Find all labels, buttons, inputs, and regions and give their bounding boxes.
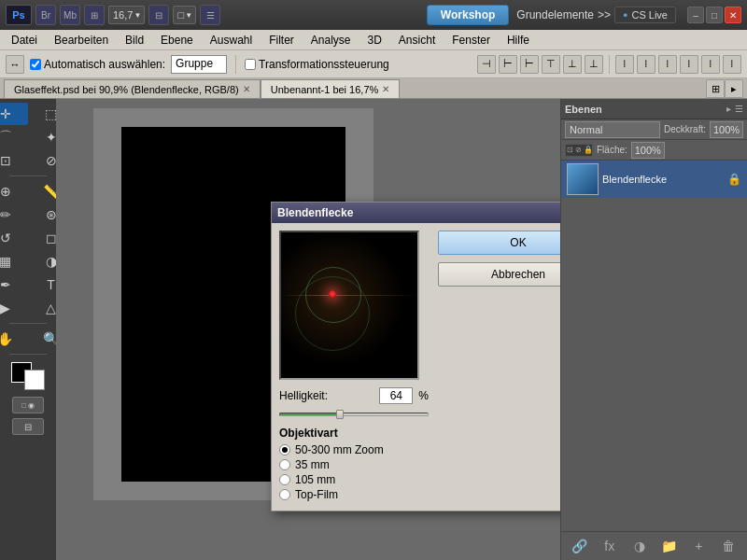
layer-name-area: Blendenflecke bbox=[602, 174, 724, 185]
layer-thumbnail bbox=[567, 163, 599, 195]
dist-5-icon[interactable]: ⁞ bbox=[701, 55, 720, 74]
restore-button[interactable]: □ bbox=[706, 7, 723, 23]
pen-tool[interactable]: ✒ bbox=[0, 273, 28, 296]
menu-hilfe[interactable]: Hilfe bbox=[500, 32, 537, 49]
grundelemente-label[interactable]: Grundelemente bbox=[516, 8, 594, 21]
group-dropdown[interactable]: Gruppe bbox=[171, 55, 227, 74]
new-group-icon[interactable]: 📁 bbox=[658, 536, 679, 556]
auto-select-checkbox[interactable]: Automatisch auswählen: bbox=[30, 58, 165, 71]
auto-select-label: Automatisch auswählen: bbox=[44, 58, 165, 71]
menu-datei[interactable]: Datei bbox=[4, 32, 45, 49]
radio-50-300-btn[interactable] bbox=[279, 444, 290, 455]
radio-topfilm-btn[interactable] bbox=[279, 489, 290, 500]
background-color[interactable] bbox=[24, 370, 45, 390]
ok-button[interactable]: OK bbox=[438, 231, 560, 255]
radio-105mm-btn[interactable] bbox=[279, 474, 290, 485]
close-button[interactable]: ✕ bbox=[725, 7, 741, 23]
link-layers-icon[interactable]: 🔗 bbox=[570, 536, 590, 556]
workshop-button[interactable]: Workshop bbox=[427, 5, 509, 25]
deckkraft-label: Deckkraft: bbox=[664, 124, 706, 134]
menu-filter[interactable]: Filter bbox=[261, 32, 302, 49]
menu-fenster[interactable]: Fenster bbox=[444, 32, 498, 49]
menu-analyse[interactable]: Analyse bbox=[303, 32, 359, 49]
brush-tool[interactable]: ✏ bbox=[0, 203, 28, 226]
arrange-more-icon[interactable]: ▸ bbox=[725, 79, 743, 98]
foreground-background bbox=[11, 362, 45, 390]
move-tool[interactable]: ✛ bbox=[0, 103, 28, 125]
tab-glaseffekt[interactable]: Glaseffekt.psd bei 90,9% (Blendenflecke,… bbox=[4, 79, 261, 98]
tab-unbenannt-close[interactable]: ✕ bbox=[382, 84, 389, 94]
blend-mode-dropdown[interactable]: Normal bbox=[565, 121, 660, 138]
hand-tool[interactable]: ✋ bbox=[0, 328, 28, 350]
tab-glaseffekt-close[interactable]: ✕ bbox=[243, 84, 250, 94]
align-bottom-icon[interactable]: ⊥ bbox=[585, 55, 603, 74]
lock-pixels-icon[interactable]: ⊘ bbox=[575, 146, 582, 155]
slider-thumb[interactable] bbox=[336, 410, 344, 419]
arrange-docs-icon[interactable]: ⊞ bbox=[706, 79, 725, 98]
size-dropdown[interactable]: 16,7 bbox=[108, 6, 145, 24]
new-layer-icon[interactable]: + bbox=[688, 536, 709, 556]
lasso-tool[interactable]: ⌒ bbox=[0, 126, 28, 148]
eyedropper-tool[interactable]: ⊕ bbox=[0, 180, 28, 203]
main-area: ✛ ⬚ ⌒ ✦ ⊡ ⊘ ⊕ 📏 ✏ ⊛ ↺ ◻ ▦ ◑ ✒ T bbox=[0, 99, 747, 560]
minibrigde-icon[interactable]: Mb bbox=[60, 5, 80, 25]
flache-input[interactable]: 100% bbox=[631, 142, 665, 159]
deckkraft-input[interactable]: 100% bbox=[710, 121, 743, 138]
view-dropdown[interactable]: □ bbox=[173, 6, 196, 24]
move-tool-icon[interactable]: ↔ bbox=[6, 55, 24, 74]
bridge-icon[interactable]: Br bbox=[35, 5, 56, 25]
dist-3-icon[interactable]: ⁞ bbox=[658, 55, 677, 74]
align-center-icon[interactable]: ⊢ bbox=[499, 55, 517, 74]
more-button[interactable]: >> bbox=[598, 8, 611, 21]
menu-ansicht[interactable]: Ansicht bbox=[391, 32, 443, 49]
menu-3d[interactable]: 3D bbox=[360, 32, 389, 49]
panel-menu-icon[interactable]: ☰ bbox=[735, 104, 743, 114]
dist-6-icon[interactable]: ⁞ bbox=[723, 55, 741, 74]
screen-mode-button[interactable]: ⊟ bbox=[12, 418, 44, 435]
options-icon[interactable]: ⊟ bbox=[148, 5, 169, 25]
cancel-button[interactable]: Abbrechen bbox=[438, 262, 560, 287]
options-sep2 bbox=[609, 55, 610, 74]
gradient-tool[interactable]: ▦ bbox=[0, 250, 28, 273]
align-middle-icon[interactable]: ⊥ bbox=[563, 55, 582, 74]
layers-panel: Ebenen ▸ ☰ Normal Deckkraft: 100% ⊡ ⊘ 🔒 … bbox=[560, 99, 747, 560]
workspace-icon[interactable]: ⊞ bbox=[84, 5, 105, 25]
minimize-button[interactable]: – bbox=[687, 7, 704, 23]
toolbar-sep1 bbox=[9, 175, 47, 176]
dialog-titlebar: Blendenflecke ✕ bbox=[272, 203, 560, 223]
options-sep1 bbox=[235, 55, 236, 74]
menu-auswahl[interactable]: Auswahl bbox=[203, 32, 260, 49]
panel-collapse-icon[interactable]: ▸ bbox=[726, 104, 731, 114]
blendenflecke-dialog: Blendenflecke ✕ He bbox=[271, 202, 560, 511]
radio-105mm-label: 105 mm bbox=[295, 473, 335, 486]
align-left-icon[interactable]: ⊣ bbox=[477, 55, 496, 74]
menu-bearbeiten[interactable]: Bearbeiten bbox=[47, 32, 116, 49]
delete-layer-icon[interactable]: 🗑 bbox=[718, 536, 739, 556]
dist-v-icon[interactable]: ⁞ bbox=[637, 55, 655, 74]
dist-h-icon[interactable]: ⁞ bbox=[615, 55, 634, 74]
radio-35mm-btn[interactable] bbox=[279, 459, 290, 470]
transform-checkbox[interactable]: Transformationssteuerung bbox=[245, 58, 389, 71]
path-select[interactable]: ▶ bbox=[0, 297, 28, 319]
cslive-button[interactable]: CS Live bbox=[614, 7, 676, 23]
menu-ebene[interactable]: Ebene bbox=[153, 32, 201, 49]
extras-icon[interactable]: ☰ bbox=[200, 5, 220, 25]
align-top-icon[interactable]: ⊤ bbox=[542, 55, 560, 74]
align-right-icon[interactable]: ⊢ bbox=[520, 55, 539, 74]
tab-unbenannt[interactable]: Unbenannt-1 bei 16,7% ✕ bbox=[261, 79, 401, 98]
quick-mask-toggle[interactable]: □◉ bbox=[12, 397, 44, 413]
layer-item[interactable]: Blendenflecke 🔒 bbox=[561, 161, 747, 198]
helligkeit-slider[interactable] bbox=[279, 413, 429, 416]
menubar: Datei Bearbeiten Bild Ebene Auswahl Filt… bbox=[0, 30, 747, 50]
add-style-icon[interactable]: fx bbox=[599, 536, 620, 556]
preview-canvas[interactable] bbox=[279, 231, 419, 380]
crop-tool[interactable]: ⊡ bbox=[0, 149, 28, 172]
menu-bild[interactable]: Bild bbox=[118, 32, 151, 49]
helligkeit-input[interactable]: 64 bbox=[379, 387, 413, 404]
transform-label: Transformationssteuerung bbox=[259, 58, 389, 71]
add-mask-icon[interactable]: ◑ bbox=[629, 536, 650, 556]
lock-all-icon[interactable]: 🔒 bbox=[584, 146, 593, 155]
history-brush[interactable]: ↺ bbox=[0, 227, 28, 249]
lock-pos-icon[interactable]: ⊡ bbox=[567, 146, 573, 155]
dist-4-icon[interactable]: ⁞ bbox=[680, 55, 698, 74]
